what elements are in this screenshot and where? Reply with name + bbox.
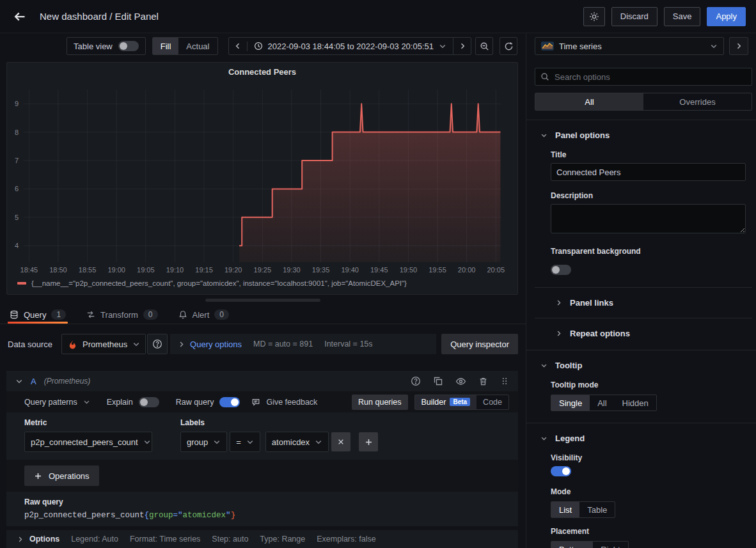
panel-options-header[interactable]: Panel options [526,120,756,143]
repeat-options-expander[interactable]: Repeat options [535,318,752,338]
actual-segment[interactable]: Actual [178,38,217,54]
tab-all[interactable]: All [535,93,643,110]
transparent-background-toggle[interactable] [551,265,571,275]
label-value-select[interactable]: atomicdex [265,432,329,452]
tooltip-mode-group: Single All Hidden [551,395,657,411]
code-segment[interactable]: Code [476,395,508,409]
metric-select[interactable]: p2p_connected_peers_count [24,432,152,452]
time-forward-button[interactable] [453,38,471,54]
query-editor-card: A (Prometheus) Query patterns Explain [6,371,518,548]
query-builder-section: Metric p2p_connected_peers_count Labels … [6,412,518,460]
legend-placement-bottom[interactable]: Bottom [551,542,593,548]
time-series-chart[interactable]: 18:4518:5018:5519:0019:0519:1019:1519:20… [7,81,517,278]
title-label: Title [551,150,746,159]
chevron-down-icon[interactable] [15,377,23,385]
panel-settings-button[interactable] [583,7,605,26]
svg-text:18:55: 18:55 [79,266,97,274]
options-expander[interactable]: Options [17,535,59,544]
refresh-button[interactable] [500,37,517,55]
tooltip-mode-hidden[interactable]: Hidden [615,395,656,411]
pane-resize-handle[interactable] [205,299,320,302]
add-label-button[interactable] [359,432,378,451]
tooltip-mode-single[interactable]: Single [551,395,590,411]
visualization-value: Time series [559,42,705,51]
editor-tabs: Query 1 Transform 0 Alert 0 [0,306,526,324]
query-options-bar[interactable]: Query options MD = auto = 891 Interval =… [170,334,436,354]
legend-mode-group: List Table [551,501,615,518]
main-pane: Table view Fill Actual 2022-09-03 18:44:… [0,33,526,548]
label-operator-select[interactable]: = [230,432,260,452]
svg-text:19:40: 19:40 [341,266,359,274]
query-ref-id: A [31,377,36,386]
database-icon [10,310,19,319]
discard-button[interactable]: Discard [611,7,658,26]
time-back-button[interactable] [229,38,247,54]
chevron-down-icon [540,435,547,442]
add-operations-button[interactable]: Operations [24,466,99,486]
legend-placement-right[interactable]: Right [593,542,627,548]
chevron-right-icon [555,299,562,306]
svg-text:6: 6 [15,185,19,192]
builder-segment[interactable]: Builder Beta [415,395,477,409]
search-input[interactable] [555,72,746,82]
panel-title-input[interactable] [551,163,746,181]
legend-placement-label: Placement [551,527,746,536]
query-inspector-button[interactable]: Query inspector [441,334,518,354]
time-range-button[interactable]: 2022-09-03 18:44:05 to 2022-09-03 20:05:… [247,42,453,51]
page-title: New dashboard / Edit Panel [40,11,159,22]
panel-description-textarea[interactable] [551,204,746,233]
panel-links-expander[interactable]: Panel links [535,287,752,308]
tab-query-count: 1 [51,309,66,320]
legend-mode-table[interactable]: Table [579,502,615,517]
back-button[interactable] [10,7,29,26]
legend-mode-list[interactable]: List [551,502,579,517]
tooltip-header[interactable]: Tooltip [526,350,756,373]
raw-query-label: Raw query [176,398,214,407]
legend-visibility-toggle[interactable] [551,466,571,476]
options-scroll-area: Panel options Title Description Transpar… [526,120,756,548]
svg-text:5: 5 [15,214,19,221]
chart-svg[interactable]: 18:4518:5018:5519:0019:0519:1019:1519:20… [7,81,517,276]
chevron-down-icon [246,438,254,446]
give-feedback-link[interactable]: Give feedback [251,398,317,407]
explain-toggle-group: Explain [107,397,159,407]
query-options-expander[interactable]: Query options [178,340,242,349]
drag-grip-icon[interactable] [500,377,509,386]
visualization-select[interactable]: Time series [535,37,724,55]
toggle-viz-pane-button[interactable] [729,37,748,55]
datasource-select[interactable]: Prometheus [61,334,146,354]
tab-query[interactable]: Query 1 [8,306,68,324]
legend-series-label[interactable]: {__name__="p2p_connected_peers_count", g… [31,279,407,287]
tab-transform[interactable]: Transform 0 [84,306,159,324]
svg-text:19:50: 19:50 [400,266,418,274]
zoom-out-button[interactable] [475,37,493,55]
query-row-header[interactable]: A (Prometheus) [6,371,518,391]
raw-query-caption: Raw query [24,497,509,506]
label-key-select[interactable]: group [180,432,227,452]
metric-label: Metric [24,418,152,427]
raw-query-toggle[interactable] [219,397,240,407]
eye-icon[interactable] [455,376,466,387]
tab-overrides[interactable]: Overrides [643,93,752,110]
datasource-help-button[interactable] [147,334,168,354]
duplicate-icon[interactable] [433,376,443,386]
svg-text:19:25: 19:25 [254,266,272,274]
remove-label-button[interactable] [331,432,350,451]
table-view-toggle[interactable] [118,41,139,51]
tab-alert-label: Alert [193,310,210,320]
tab-alert[interactable]: Alert 0 [177,306,231,324]
explain-toggle[interactable] [139,397,159,407]
save-button[interactable]: Save [664,7,701,26]
run-queries-button[interactable]: Run queries [352,395,407,410]
tooltip-mode-all[interactable]: All [590,395,614,411]
apply-button[interactable]: Apply [707,7,746,26]
option-format: Format: Time series [130,535,200,544]
trash-icon[interactable] [478,377,488,386]
fill-segment[interactable]: Fill [153,38,179,54]
help-circle-icon[interactable] [411,376,421,386]
tooltip-mode-label: Tooltip mode [551,380,746,389]
legend-header[interactable]: Legend [526,423,756,446]
query-patterns-dropdown[interactable]: Query patterns [24,398,90,407]
options-search[interactable] [535,68,752,86]
table-view-toggle-group[interactable]: Table view [67,37,146,55]
